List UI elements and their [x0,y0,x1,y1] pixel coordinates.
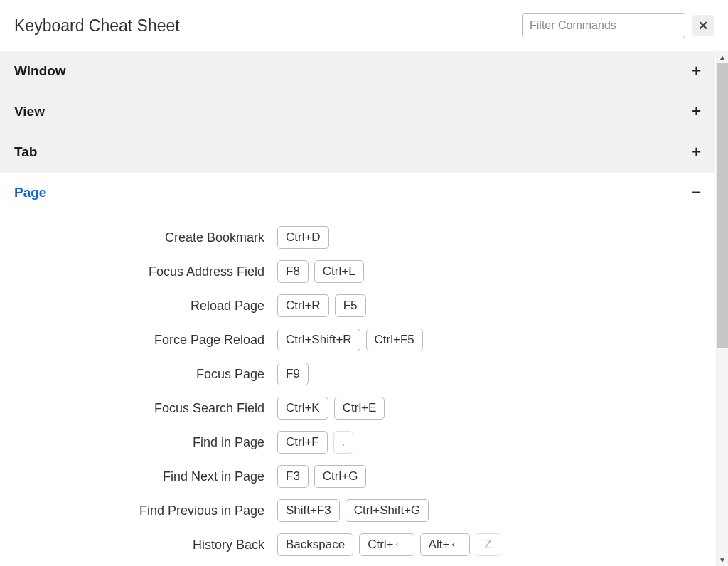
key-chip[interactable]: F3 [277,465,309,488]
key-chip[interactable]: Ctrl+E [334,397,385,420]
key-chip[interactable]: Ctrl+F [277,431,328,454]
section-title: Page [14,185,46,201]
key-chip[interactable]: Backspace [277,533,353,556]
key-chip[interactable]: Ctrl+D [277,226,329,249]
key-chip[interactable]: Ctrl+L [314,260,364,283]
command-row: Focus PageF9 [0,357,715,391]
command-label: Focus Page [0,367,277,382]
key-chip[interactable]: . [333,431,354,454]
scroll-up-arrow[interactable]: ▲ [717,51,728,63]
section-title: View [14,104,45,119]
key-chip[interactable]: Z [476,533,500,556]
scroll-thumb[interactable] [717,63,728,348]
key-chip[interactable]: Shift+F3 [277,499,340,522]
key-chip[interactable]: Ctrl+Shift+R [277,329,360,351]
section-header-window[interactable]: Window+ [0,51,715,92]
shortcut-list: F3Ctrl+G [277,465,366,488]
command-row: Reload PageCtrl+RF5 [0,289,715,323]
command-row: History BackBackspaceCtrl+←Alt+←Z [0,528,715,562]
section-header-view[interactable]: View+ [0,92,715,132]
close-button[interactable]: ✕ [692,15,714,36]
shortcut-list: Ctrl+KCtrl+E [277,397,385,420]
key-chip[interactable]: F5 [335,294,366,317]
command-label: Find Previous in Page [0,503,277,518]
page-title: Keyboard Cheat Sheet [14,16,180,36]
shortcut-list: F9 [277,363,309,385]
content-area: Window+View+Tab+Page−Create BookmarkCtrl… [0,51,728,566]
plus-icon: + [692,144,701,160]
shortcut-list: Ctrl+F. [277,431,353,454]
command-row: Focus Address FieldF8Ctrl+L [0,255,715,289]
key-chip[interactable]: Ctrl+F5 [366,329,423,351]
command-row: Create BookmarkCtrl+D [0,220,715,255]
section-header-page[interactable]: Page− [0,173,715,213]
command-label: Focus Search Field [0,401,277,416]
command-row: Focus Search FieldCtrl+KCtrl+E [0,391,715,425]
key-chip[interactable]: Ctrl+G [314,465,367,488]
scroll-down-arrow[interactable]: ▼ [717,554,728,566]
shortcut-list: Ctrl+RF5 [277,294,366,317]
shortcut-list: F8Ctrl+L [277,260,364,283]
section-title: Tab [14,144,37,160]
command-label: History Back [0,538,277,552]
scrollbar[interactable]: ▲ ▼ [716,51,728,566]
key-chip[interactable]: F8 [277,260,309,283]
section-body-page: Create BookmarkCtrl+DFocus Address Field… [0,213,715,566]
key-chip[interactable]: Ctrl+R [277,294,329,317]
scroll-container: Window+View+Tab+Page−Create BookmarkCtrl… [0,51,728,566]
command-label: Focus Address Field [0,265,277,279]
shortcut-list: Ctrl+D [277,226,329,249]
command-label: Reload Page [0,299,277,314]
plus-icon: + [692,104,701,119]
key-chip[interactable]: Alt+← [420,533,471,556]
command-row: Find in PageCtrl+F. [0,425,715,459]
section-header-tab[interactable]: Tab+ [0,132,715,173]
key-chip[interactable]: Ctrl+Shift+G [346,499,429,522]
key-chip[interactable]: Ctrl+K [277,397,328,420]
command-label: Create Bookmark [0,230,277,245]
key-chip[interactable]: F9 [277,363,309,385]
command-label: Find in Page [0,435,277,450]
filter-input[interactable] [522,13,685,38]
command-label: Force Page Reload [0,333,277,348]
close-icon: ✕ [698,18,708,33]
plus-icon: + [692,63,701,79]
shortcut-list: Ctrl+Shift+RCtrl+F5 [277,329,423,351]
command-label: Find Next in Page [0,469,277,484]
command-row: Find Next in PageF3Ctrl+G [0,459,715,493]
header-right: ✕ [522,13,714,38]
command-row: Force Page ReloadCtrl+Shift+RCtrl+F5 [0,323,715,357]
key-chip[interactable]: Ctrl+← [359,533,414,556]
shortcut-list: Shift+F3Ctrl+Shift+G [277,499,429,522]
section-title: Window [14,63,66,79]
command-row: Find Previous in PageShift+F3Ctrl+Shift+… [0,493,715,528]
header: Keyboard Cheat Sheet ✕ [0,0,728,51]
shortcut-list: BackspaceCtrl+←Alt+←Z [277,533,500,556]
minus-icon: − [692,185,701,201]
